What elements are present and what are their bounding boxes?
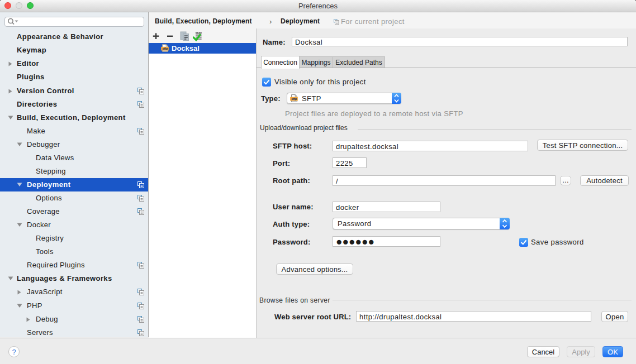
svg-text:sftp: sftp [162, 46, 168, 50]
svg-text:sftp: sftp [291, 97, 297, 100]
